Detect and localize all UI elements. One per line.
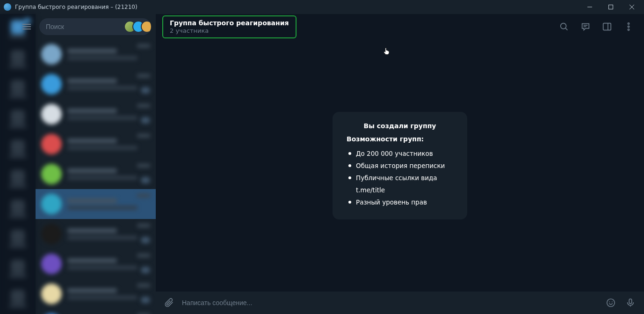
chat-bubble-icon <box>580 22 591 32</box>
paperclip-icon <box>164 298 174 308</box>
chat-item[interactable] <box>36 279 156 309</box>
search-suggest-avatars <box>128 21 151 33</box>
feature-item: Общая история переписки <box>348 160 453 172</box>
chat-list <box>36 39 156 314</box>
folder-item[interactable] <box>0 74 36 104</box>
composer <box>156 292 644 314</box>
chat-header: Группа быстрого реагирования 2 участника <box>156 14 644 39</box>
chat-item[interactable] <box>36 129 156 159</box>
folder-item[interactable] <box>0 104 36 134</box>
features-list: До 200 000 участников Общая история пере… <box>347 147 453 208</box>
hamburger-icon <box>22 24 31 29</box>
folder-item[interactable] <box>0 254 36 284</box>
chat-item[interactable] <box>36 309 156 314</box>
avatar <box>141 21 151 33</box>
svg-point-7 <box>609 301 610 302</box>
chat-item[interactable] <box>36 39 156 69</box>
menu-button[interactable] <box>19 19 35 35</box>
feature-item: Публичные ссылки вида t.me/title <box>348 172 453 196</box>
smile-icon <box>606 298 616 308</box>
card-title: Вы создали группу <box>347 122 453 130</box>
search-in-chat-button[interactable] <box>555 18 573 36</box>
attach-button[interactable] <box>162 296 176 310</box>
feature-item: До 200 000 участников <box>348 147 453 160</box>
emoji-button[interactable] <box>604 296 618 310</box>
message-input[interactable] <box>182 299 598 307</box>
search-field[interactable] <box>39 18 151 35</box>
folder-item[interactable] <box>0 44 36 74</box>
title-bar: Группа быстрого реагирования – (21210) <box>0 0 644 14</box>
minimize-button[interactable] <box>579 0 600 14</box>
chat-panel: Группа быстрого реагирования 2 участника <box>156 14 644 314</box>
window-title: Группа быстрого реагирования – (21210) <box>15 4 137 10</box>
sidebar <box>36 14 156 314</box>
search-icon <box>559 22 569 32</box>
mic-icon <box>625 298 636 308</box>
svg-rect-0 <box>608 5 613 9</box>
folder-item[interactable] <box>0 134 36 164</box>
search-input[interactable] <box>46 23 128 30</box>
svg-point-4 <box>628 26 629 27</box>
app-icon <box>4 3 11 11</box>
group-created-card: Вы создали группу Возможности групп: До … <box>333 112 467 219</box>
chat-item[interactable] <box>36 159 156 189</box>
chat-title: Группа быстрого реагирования <box>170 19 289 27</box>
side-panel-button[interactable] <box>598 18 616 36</box>
svg-point-6 <box>607 299 615 307</box>
folder-item[interactable] <box>0 164 36 194</box>
folder-item[interactable] <box>0 284 36 314</box>
kebab-icon <box>623 22 634 32</box>
folder-item[interactable] <box>0 224 36 254</box>
chat-item[interactable] <box>36 99 156 129</box>
chat-item[interactable] <box>36 249 156 279</box>
more-button[interactable] <box>620 18 637 36</box>
svg-rect-2 <box>603 23 611 30</box>
comments-button[interactable] <box>577 18 594 36</box>
svg-rect-9 <box>629 299 632 304</box>
svg-point-8 <box>612 301 613 302</box>
chat-subtitle: 2 участника <box>170 27 289 35</box>
close-button[interactable] <box>621 0 642 14</box>
maximize-button[interactable] <box>600 0 621 14</box>
svg-point-5 <box>628 29 629 30</box>
feature-item: Разный уровень прав <box>348 196 453 208</box>
chat-item[interactable] <box>36 219 156 249</box>
chat-title-area[interactable]: Группа быстрого реагирования 2 участника <box>162 15 297 38</box>
svg-point-1 <box>561 23 566 29</box>
chat-item[interactable] <box>36 69 156 99</box>
folder-item[interactable] <box>0 194 36 224</box>
voice-button[interactable] <box>623 296 637 310</box>
chat-item[interactable] <box>36 189 156 219</box>
panel-icon <box>602 22 612 32</box>
folder-rail <box>0 14 36 314</box>
card-subtitle: Возможности групп: <box>347 135 453 143</box>
svg-point-3 <box>628 23 629 24</box>
